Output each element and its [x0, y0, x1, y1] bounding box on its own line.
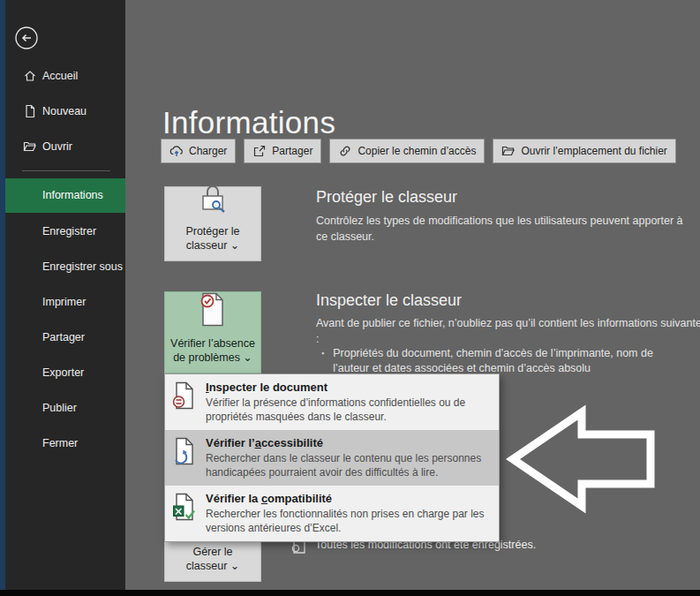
folder-icon: [501, 144, 516, 158]
menu-item-check-compatibility[interactable]: Vérifier la compatibilité Rechercher les…: [165, 486, 499, 541]
protect-section-description: Contrôlez les types de modifications que…: [316, 213, 691, 245]
open-folder-icon: [23, 140, 37, 154]
protect-button-label-line2: classeur ⌄: [186, 238, 240, 253]
menu-item-title: Inspecter le document: [206, 380, 495, 396]
menu-item-inspect-document[interactable]: Inspecter le document Vérifier la présen…: [165, 374, 499, 430]
compatibility-checker-icon: [172, 491, 199, 535]
menu-item-text: Vérifier la compatibilité Rechercher les…: [206, 491, 495, 535]
home-icon: [23, 69, 37, 83]
protect-section-heading: Protéger le classeur: [316, 188, 457, 207]
menu-item-title: Vérifier l’accessibilité: [206, 435, 495, 451]
sidebar-item-ouvrir[interactable]: Ouvrir: [5, 129, 125, 164]
sidebar-item-exporter[interactable]: Exporter: [5, 355, 125, 390]
document-check-icon: [199, 292, 227, 331]
manage-button-label-line1: Gérer le: [192, 545, 232, 559]
check-for-issues-button[interactable]: Vérifier l’absence de problèmes ⌄: [164, 291, 261, 373]
inspect-button-label-line1: Vérifier l’absence: [170, 336, 255, 351]
upload-label: Charger: [189, 145, 227, 157]
back-button[interactable]: [15, 26, 38, 49]
page-title: Informations: [162, 105, 335, 140]
menu-item-title: Vérifier la compatibilité: [206, 491, 495, 507]
new-document-icon: [23, 104, 37, 118]
bullet-marker: ▪: [321, 346, 324, 376]
sidebar-item-informations[interactable]: Informations: [5, 178, 125, 213]
sidebar-item-accueil[interactable]: Accueil: [5, 58, 125, 94]
share-button[interactable]: Partager: [244, 139, 321, 163]
sidebar-item-publier[interactable]: Publier: [5, 390, 125, 426]
sidebar-item-label: Nouveau: [42, 105, 87, 117]
sidebar-item-enregistrer[interactable]: Enregistrer: [5, 214, 125, 249]
check-for-issues-menu: Inspecter le document Vérifier la présen…: [164, 373, 500, 542]
sidebar-divider: [22, 170, 110, 171]
info-toolbar: Charger Partager Copier le chemin d’accè…: [161, 139, 676, 163]
inspect-button-label-line2: de problèmes ⌄: [173, 351, 252, 365]
protect-workbook-button[interactable]: Protéger le classeur ⌄: [164, 186, 261, 261]
inspect-section-description: Avant de publier ce fichier, n’oubliez p…: [316, 315, 700, 347]
menu-item-description: Rechercher dans le classeur le contenu q…: [206, 451, 490, 479]
lock-key-icon: [195, 184, 230, 219]
menu-item-description: Rechercher les fonctionnalités non prise…: [206, 507, 490, 535]
menu-item-description: Vérifier la présence d’informations conf…: [206, 396, 490, 424]
menu-item-text: Inspecter le document Vérifier la présen…: [206, 380, 495, 424]
bullet-text: Propriétés du document, chemin d’accès d…: [333, 346, 661, 376]
sidebar-item-fermer[interactable]: Fermer: [5, 426, 125, 461]
open-file-location-label: Ouvrir l’emplacement du fichier: [521, 145, 666, 157]
menu-item-check-accessibility[interactable]: Vérifier l’accessibilité Rechercher dans…: [165, 430, 499, 486]
link-icon: [338, 144, 352, 158]
sidebar-item-label: Ouvrir: [42, 140, 72, 153]
manage-button-label-line2: classeur ⌄: [186, 559, 240, 573]
backstage-view: Accueil Nouveau Ouvrir Informations Enre…: [0, 0, 700, 596]
cloud-upload-icon: [169, 144, 184, 158]
taskbar-strip: [0, 590, 700, 596]
inspect-section-heading: Inspecter le classeur: [316, 291, 462, 310]
inspect-document-icon: [172, 380, 199, 424]
sidebar-item-partager[interactable]: Partager: [5, 320, 125, 355]
share-icon: [252, 144, 267, 158]
sidebar-item-nouveau[interactable]: Nouveau: [5, 94, 125, 129]
protect-button-label-line1: Protéger le: [185, 224, 239, 238]
inspect-bullet: ▪ Propriétés du document, chemin d’accès…: [321, 346, 674, 376]
menu-item-text: Vérifier l’accessibilité Rechercher dans…: [206, 435, 495, 479]
sidebar-item-enregistrer-sous[interactable]: Enregistrer sous: [5, 249, 125, 284]
copy-path-label: Copier le chemin d’accès: [358, 145, 476, 157]
share-label: Partager: [272, 145, 312, 157]
accessibility-checker-icon: [172, 435, 199, 479]
sidebar: Accueil Nouveau Ouvrir Informations Enre…: [5, 0, 125, 590]
upload-button[interactable]: Charger: [161, 139, 236, 163]
sidebar-item-imprimer[interactable]: Imprimer: [5, 284, 125, 320]
sidebar-item-label: Accueil: [42, 70, 78, 82]
copy-path-button[interactable]: Copier le chemin d’accès: [329, 139, 485, 163]
back-arrow-icon: [15, 26, 38, 49]
open-file-location-button[interactable]: Ouvrir l’emplacement du fichier: [493, 139, 675, 163]
